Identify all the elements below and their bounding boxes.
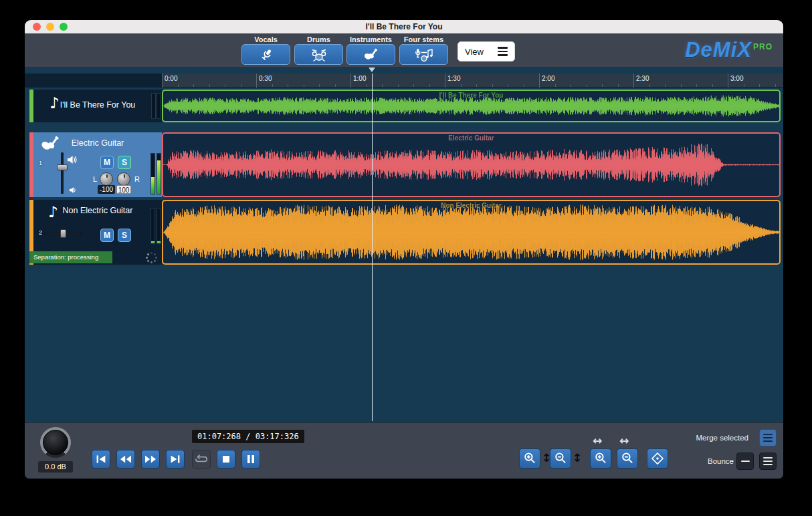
mute-button[interactable]: M xyxy=(100,156,114,169)
track-index: 2 xyxy=(39,229,42,236)
clip-mix[interactable]: I'll Be There For You xyxy=(162,90,781,122)
vocals-separation-button[interactable] xyxy=(241,44,290,65)
drums-separation-button[interactable] xyxy=(294,44,343,65)
drums-icon xyxy=(310,47,328,63)
zoom-in-icon xyxy=(522,450,538,467)
vertical-zoom-in-button[interactable] xyxy=(519,448,540,469)
volume-slider-handle[interactable] xyxy=(57,164,68,170)
playhead-line[interactable] xyxy=(372,74,373,421)
mute-button[interactable]: M xyxy=(100,229,114,242)
bounce-remove-button[interactable] xyxy=(736,453,754,470)
volume-slider[interactable] xyxy=(57,152,68,194)
title-bar: I'll Be There For You xyxy=(25,20,783,33)
horizontal-zoom-drag-handle[interactable]: ↔ xyxy=(593,434,602,447)
vocals-label: Vocals xyxy=(241,35,290,43)
speaker-quiet-icon xyxy=(69,186,76,194)
master-volume-knob[interactable] xyxy=(40,427,71,458)
four-stems-icon xyxy=(414,47,434,63)
vertical-zoom-drag-handle[interactable]: ↕ xyxy=(573,451,582,465)
pan-right-label: R xyxy=(134,175,140,183)
pan-right-knob[interactable] xyxy=(117,172,130,186)
solo-button[interactable]: S xyxy=(118,156,131,169)
skip-end-icon xyxy=(169,454,182,465)
master-volume-value: 0.0 dB xyxy=(38,461,73,473)
stop-button[interactable] xyxy=(217,450,235,469)
bounce-label: Bounce xyxy=(708,457,734,465)
track-index: 1 xyxy=(39,160,42,166)
view-button[interactable]: View xyxy=(458,41,515,61)
skip-to-start-button[interactable] xyxy=(92,450,110,469)
level-meter-left xyxy=(150,208,155,244)
bounce-menu-button[interactable] xyxy=(759,453,777,470)
track-header-electric-guitar[interactable]: 1 Electric Guitar xyxy=(33,132,162,197)
pan-slider[interactable] xyxy=(44,229,82,239)
clip-electric-guitar[interactable]: Electric Guitar xyxy=(162,132,781,197)
waveform-canvas-electric-guitar[interactable] xyxy=(163,134,779,196)
four-stems-separation-button[interactable] xyxy=(399,44,448,65)
minus-icon xyxy=(741,461,750,463)
horizontal-zoom-drag-handle[interactable]: ↔ xyxy=(619,434,629,447)
loop-icon xyxy=(194,453,209,465)
menu-icon xyxy=(763,434,773,442)
skip-start-icon xyxy=(94,454,108,465)
merge-selected-label: Merge selected xyxy=(696,434,748,442)
stem-group-instruments: Instruments xyxy=(346,33,395,67)
track-name: Non Electric Guitar xyxy=(33,206,162,215)
stop-icon xyxy=(221,454,231,465)
clip-non-electric-guitar[interactable]: Non Electric Guitar xyxy=(162,200,781,265)
stem-group-four-stems: Four stems xyxy=(399,33,448,67)
separation-status: Separation: processing xyxy=(29,251,112,263)
pan-slider-handle[interactable] xyxy=(60,229,66,238)
rewind-button[interactable] xyxy=(116,450,135,469)
playhead-marker[interactable] xyxy=(369,68,375,72)
horizontal-zoom-out-button[interactable] xyxy=(617,448,638,469)
track-header-mix[interactable]: ♪ I'll Be There For You xyxy=(33,90,162,122)
ruler-corner xyxy=(25,74,162,88)
app-window: I'll Be There For You Vocals Drums xyxy=(25,20,783,479)
track-row-electric-guitar: 1 Electric Guitar xyxy=(25,132,783,197)
timeline-tick: 1:00 xyxy=(350,74,351,88)
instruments-label: Instruments xyxy=(346,35,395,43)
pan-left-knob[interactable] xyxy=(100,172,113,186)
timeline-ruler[interactable]: 0:000:301:001:302:002:303:00 xyxy=(25,74,783,88)
fast-forward-icon xyxy=(144,454,157,465)
pan-left-value[interactable]: -100 xyxy=(98,185,115,194)
timeline-tick: 2:00 xyxy=(539,74,540,88)
zoom-out-icon xyxy=(552,450,569,467)
time-display: 01:07:268 / 03:17:326 xyxy=(192,430,304,443)
waveform-canvas-non-electric-guitar[interactable] xyxy=(163,201,779,263)
zoom-fit-icon xyxy=(649,450,666,467)
logo-text: DeMiX xyxy=(685,38,752,62)
logo-pro-text: PRO xyxy=(753,42,773,51)
level-meter-left xyxy=(150,153,155,195)
processing-spinner xyxy=(145,251,157,263)
level-meter-right xyxy=(157,153,161,195)
fast-forward-button[interactable] xyxy=(141,450,160,469)
pan-left-label: L xyxy=(93,175,97,183)
pause-button[interactable] xyxy=(241,450,260,469)
horizontal-zoom-in-button[interactable] xyxy=(590,448,611,469)
track-row-non-electric-guitar: 2 ♪ Non Electric Guitar M S Separation: … xyxy=(25,200,783,265)
skip-to-end-button[interactable] xyxy=(166,450,185,469)
clip-label: Electric Guitar xyxy=(163,134,779,142)
level-meter-right xyxy=(157,208,161,244)
timeline-tick: 0:00 xyxy=(162,74,163,88)
zoom-in-icon xyxy=(593,450,609,467)
instruments-separation-button[interactable] xyxy=(346,44,395,65)
level-meter-left xyxy=(151,93,156,119)
zoom-out-icon xyxy=(619,450,635,467)
timeline-tick: 0:30 xyxy=(256,74,257,88)
solo-button[interactable]: S xyxy=(118,229,131,242)
clip-label: Non Electric Guitar xyxy=(163,202,779,209)
guitar-icon xyxy=(363,47,380,63)
loop-button[interactable] xyxy=(192,450,211,469)
zoom-fit-button[interactable] xyxy=(647,448,668,469)
merge-menu-button[interactable] xyxy=(759,429,777,446)
pause-icon xyxy=(245,454,256,465)
vertical-zoom-out-button[interactable] xyxy=(550,448,571,469)
level-meter-right xyxy=(157,93,161,119)
pan-right-value[interactable]: 100 xyxy=(116,185,131,194)
speaker-loud-icon xyxy=(67,155,77,164)
track-row-mix: ♪ I'll Be There For You I'll Be There Fo… xyxy=(25,90,783,122)
window-title: I'll Be There For You xyxy=(25,22,783,31)
